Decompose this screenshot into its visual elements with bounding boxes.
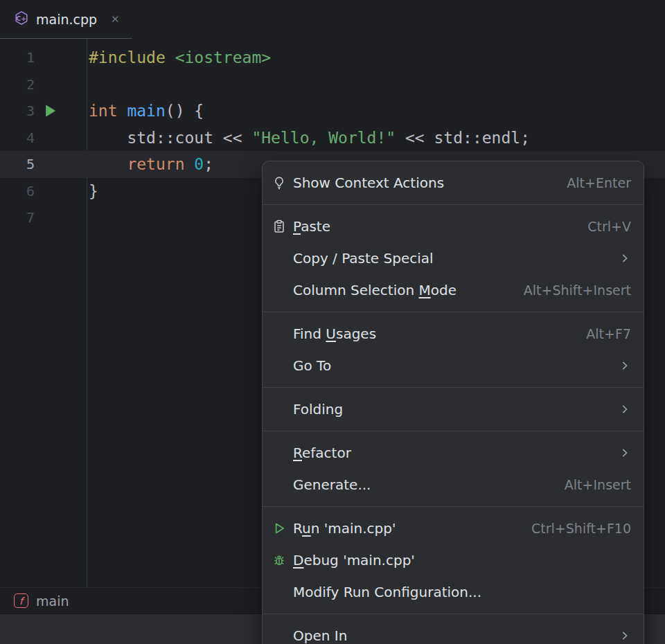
icon-spacer: [271, 357, 287, 374]
breadcrumb-item-main[interactable]: main: [36, 593, 69, 609]
line-number: 1: [0, 44, 35, 71]
menu-item-label: Generate...: [293, 476, 565, 493]
menu-item-debug-main-cpp[interactable]: Debug 'main.cpp': [263, 544, 644, 576]
icon-spacer: [271, 401, 287, 418]
menu-separator: [263, 204, 644, 205]
gutter-cell: [35, 204, 87, 231]
code-token: () {: [166, 102, 204, 120]
menu-item-label: Paste: [293, 218, 587, 235]
icon-spacer: [271, 627, 287, 644]
code-token: std::cout <<: [89, 129, 251, 147]
tab-close-icon[interactable]: ✕: [111, 13, 120, 26]
editor-tab-bar: C+ main.cpp ✕: [0, 0, 665, 39]
code-token: int: [89, 102, 127, 120]
menu-item-label: Go To: [293, 357, 619, 374]
menu-separator: [263, 506, 644, 507]
icon-spacer: [271, 325, 287, 342]
menu-item-copy-paste-special[interactable]: Copy / Paste Special: [263, 242, 644, 274]
gutter-cell: [35, 44, 87, 71]
code-line-3[interactable]: 3int main() {: [0, 98, 665, 125]
menu-item-find-usages[interactable]: Find UsagesAlt+F7: [263, 318, 644, 350]
menu-shortcut: Alt+F7: [586, 326, 631, 341]
menu-item-label: Copy / Paste Special: [293, 250, 619, 267]
menu-separator: [263, 312, 644, 312]
icon-spacer: [271, 584, 287, 600]
menu-item-paste[interactable]: PasteCtrl+V: [263, 211, 644, 242]
code-line-2[interactable]: 2: [0, 71, 665, 98]
menu-item-column-selection-mode[interactable]: Column Selection ModeAlt+Shift+Insert: [263, 274, 644, 306]
line-number: 4: [0, 125, 35, 152]
menu-separator: [263, 614, 644, 614]
code-text: int main() {: [87, 98, 665, 125]
menu-shortcut: Alt+Enter: [567, 175, 631, 190]
submenu-chevron-icon: [619, 447, 631, 459]
menu-item-label: Run 'main.cpp': [293, 520, 531, 537]
run-line-icon[interactable]: [42, 103, 57, 118]
debug-icon: [271, 552, 287, 569]
menu-item-show-context-actions[interactable]: Show Context ActionsAlt+Enter: [263, 167, 644, 199]
cpp-file-icon: C+: [14, 10, 29, 28]
menu-item-label: Show Context Actions: [293, 175, 567, 191]
code-token: main: [127, 102, 165, 120]
menu-item-refactor[interactable]: Refactor: [263, 437, 644, 469]
submenu-chevron-icon: [619, 252, 631, 265]
menu-item-label: Modify Run Configuration...: [293, 584, 631, 600]
code-token: "Hello, World!": [251, 129, 396, 147]
icon-spacer: [271, 476, 287, 493]
code-token: return: [127, 155, 194, 173]
function-icon: f: [14, 593, 28, 608]
code-text: #include <iostream>: [87, 44, 665, 71]
ide-window: C+ main.cpp ✕ 1#include <iostream>23int …: [0, 0, 665, 644]
function-icon-letter: f: [19, 596, 23, 606]
code-text: std::cout << "Hello, World!" << std::end…: [87, 125, 665, 152]
submenu-chevron-icon: [619, 403, 631, 415]
icon-spacer: [271, 445, 287, 461]
menu-separator: [263, 431, 644, 431]
menu-item-label: Refactor: [293, 445, 619, 461]
menu-shortcut: Alt+Insert: [565, 477, 631, 492]
code-token: #include: [89, 48, 175, 66]
menu-item-generate[interactable]: Generate...Alt+Insert: [263, 469, 644, 501]
menu-item-open-in[interactable]: Open In: [263, 620, 644, 644]
menu-item-label: Find Usages: [293, 325, 586, 342]
code-token: 0: [194, 155, 204, 173]
lightbulb-icon: [271, 175, 287, 191]
menu-item-folding[interactable]: Folding: [263, 393, 644, 425]
menu-shortcut: Ctrl+Shift+F10: [531, 521, 631, 536]
code-token: }: [89, 182, 98, 200]
gutter-cell: [35, 151, 87, 178]
menu-item-go-to[interactable]: Go To: [263, 350, 644, 382]
menu-separator: [263, 387, 644, 388]
menu-item-label: Folding: [293, 401, 619, 418]
gutter-cell: [35, 71, 87, 98]
submenu-chevron-icon: [619, 359, 631, 372]
icon-spacer: [271, 250, 287, 267]
run-icon: [271, 520, 287, 537]
tab-title: main.cpp: [36, 12, 97, 27]
line-number: 5: [0, 151, 35, 178]
code-token: <iostream>: [175, 48, 271, 66]
line-number: 2: [0, 71, 35, 98]
tab-main-cpp[interactable]: C+ main.cpp ✕: [0, 0, 132, 39]
menu-shortcut: Alt+Shift+Insert: [524, 283, 631, 298]
code-token: << std::endl;: [396, 129, 530, 147]
submenu-chevron-icon: [619, 629, 631, 642]
menu-item-label: Debug 'main.cpp': [293, 552, 631, 569]
gutter-cell: [35, 178, 87, 205]
line-number: 7: [0, 204, 35, 231]
line-number: 6: [0, 178, 35, 205]
menu-shortcut: Ctrl+V: [587, 219, 631, 234]
code-text: [87, 71, 665, 98]
gutter-cell: [35, 98, 87, 125]
code-line-1[interactable]: 1#include <iostream>: [0, 44, 665, 71]
menu-item-modify-run-configuration[interactable]: Modify Run Configuration...: [263, 576, 644, 608]
code-line-4[interactable]: 4 std::cout << "Hello, World!" << std::e…: [0, 125, 665, 152]
svg-text:C+: C+: [16, 14, 26, 21]
gutter-cell: [35, 125, 87, 152]
icon-spacer: [271, 282, 287, 298]
menu-item-run-main-cpp[interactable]: Run 'main.cpp'Ctrl+Shift+F10: [263, 512, 644, 544]
line-number: 3: [0, 98, 35, 125]
editor-context-menu: Show Context ActionsAlt+EnterPasteCtrl+V…: [262, 161, 644, 644]
code-token: [89, 155, 127, 173]
menu-item-label: Open In: [293, 627, 619, 644]
